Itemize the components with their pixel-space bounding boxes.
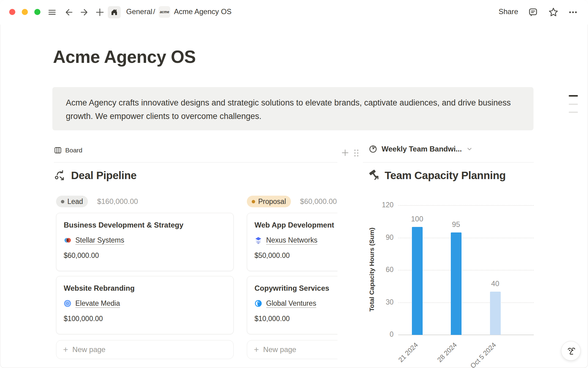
new-page-label: New page [263, 345, 296, 354]
x-tick-label: 21 2024 [397, 341, 420, 364]
board-card[interactable]: Business Development & Strategy Stellar … [56, 213, 234, 271]
home-icon [110, 8, 118, 16]
chart-bar[interactable] [451, 232, 462, 335]
y-tick-label: 0 [372, 330, 394, 339]
deal-pipeline-board: Lead $160,000.00 Business Development & … [54, 187, 337, 368]
status-badge-proposal[interactable]: Proposal [247, 196, 291, 207]
new-page-button[interactable]: + New page [247, 340, 337, 359]
board-view-icon [54, 146, 62, 154]
hammer-icon [368, 169, 380, 182]
global-ventures-logo-icon [254, 300, 262, 307]
back-arrow-icon[interactable] [63, 7, 74, 18]
company-link[interactable]: Nexus Networks [266, 236, 317, 244]
stellar-systems-logo-icon [64, 236, 71, 244]
y-tick-label: 120 [372, 201, 394, 209]
group-header-proposal: Proposal $60,000.00 [247, 196, 337, 207]
chart-bar[interactable] [412, 227, 423, 335]
breadcrumb-page[interactable]: Acme Agency OS [174, 7, 232, 16]
plus-icon: + [63, 345, 68, 354]
toc-entry-current[interactable] [569, 95, 578, 97]
y-tick-label: 30 [372, 298, 394, 306]
notion-window: General / acme Acme Agency OS Share Acme… [0, 0, 588, 368]
card-title: Web App Development [254, 221, 337, 229]
comments-icon[interactable] [527, 7, 538, 18]
chevron-down-icon [466, 146, 473, 152]
forward-arrow-icon[interactable] [79, 7, 90, 18]
card-value: $100,000.00 [64, 315, 226, 323]
bar-value-label: 100 [403, 215, 431, 223]
team-capacity-title: Team Capacity Planning [385, 169, 506, 182]
breadcrumb-teamspace[interactable]: General [126, 7, 152, 16]
zoom-window-button[interactable] [34, 9, 40, 15]
status-label: Lead [67, 197, 83, 206]
new-tab-icon[interactable] [94, 7, 105, 18]
card-value: $10,000.00 [254, 315, 337, 323]
chart-bar[interactable] [490, 292, 501, 335]
toc-entry[interactable] [569, 112, 578, 113]
card-title: Website Rebranding [64, 284, 226, 293]
status-dot [252, 200, 255, 203]
minimize-window-button[interactable] [22, 9, 28, 15]
drag-handle-icon[interactable] [352, 148, 360, 158]
company-link[interactable]: Elevate Media [75, 299, 120, 308]
notion-ai-button[interactable] [561, 341, 581, 361]
view-selector-label: Weekly Team Bandwi... [382, 145, 462, 153]
board-tab-label: Board [65, 147, 82, 154]
tab-board-view[interactable]: Board [54, 144, 82, 157]
home-button[interactable] [108, 6, 121, 18]
team-capacity-bar-chart: Total Capacity Hours (Sum) 0306090120100… [363, 196, 534, 368]
chart-view-icon [369, 145, 377, 153]
x-tick-label: Oct 5 2024 [469, 341, 498, 368]
bar-value-label: 40 [481, 279, 509, 288]
status-dot [61, 200, 64, 203]
y-tick-label: 90 [372, 233, 394, 242]
card-value: $60,000.00 [64, 251, 226, 260]
status-label: Proposal [258, 197, 286, 206]
page-icon[interactable]: acme [159, 6, 170, 18]
card-value: $50,000.00 [254, 251, 337, 260]
new-page-button[interactable]: + New page [56, 340, 234, 359]
more-options-icon[interactable] [567, 7, 579, 18]
elevate-media-logo-icon [64, 300, 71, 307]
deal-pipeline-heading[interactable]: Deal Pipeline [54, 169, 137, 182]
toc-entry[interactable] [569, 104, 578, 105]
bar-value-label: 95 [442, 220, 470, 229]
board-card[interactable]: Web App Development Nexus Networks $50,0… [247, 213, 337, 271]
add-block-plus-icon[interactable] [340, 148, 350, 158]
plus-icon: + [254, 345, 259, 354]
card-title: Copywriting Services [254, 284, 337, 293]
sidebar-toggle-icon[interactable] [47, 7, 58, 18]
status-badge-lead[interactable]: Lead [56, 196, 88, 207]
x-tick-label: 28 2024 [436, 341, 459, 364]
company-link[interactable]: Global Ventures [266, 299, 316, 308]
close-window-button[interactable] [9, 9, 15, 15]
callout-block: Acme Agency crafts innovative designs an… [52, 87, 533, 130]
card-title: Business Development & Strategy [64, 221, 226, 229]
breadcrumb-separator: / [153, 7, 155, 16]
team-capacity-heading[interactable]: Team Capacity Planning [368, 169, 506, 182]
board-card[interactable]: Website Rebranding Elevate Media $100,00… [56, 276, 234, 334]
y-gridline [398, 205, 534, 206]
new-page-label: New page [72, 345, 105, 354]
board-card[interactable]: Copywriting Services Global Ventures $10… [247, 276, 337, 334]
pipeline-sync-icon [54, 169, 66, 182]
page-title: Acme Agency OS [53, 46, 196, 67]
deal-pipeline-title: Deal Pipeline [71, 169, 137, 182]
company-link[interactable]: Stellar Systems [75, 236, 124, 244]
view-selector[interactable]: Weekly Team Bandwi... [369, 145, 473, 153]
group-sum: $160,000.00 [97, 197, 138, 206]
nexus-networks-logo-icon [254, 236, 262, 244]
ai-face-icon [565, 345, 576, 356]
y-tick-label: 60 [372, 266, 394, 274]
group-header-lead: Lead $160,000.00 [56, 196, 138, 207]
favorite-star-icon[interactable] [548, 7, 559, 18]
chart-header-divider [363, 162, 534, 163]
group-sum: $60,000.00 [300, 197, 337, 206]
board-header-divider [54, 162, 337, 163]
title-bar: General / acme Acme Agency OS Share [0, 0, 588, 25]
share-button[interactable]: Share [499, 7, 518, 16]
